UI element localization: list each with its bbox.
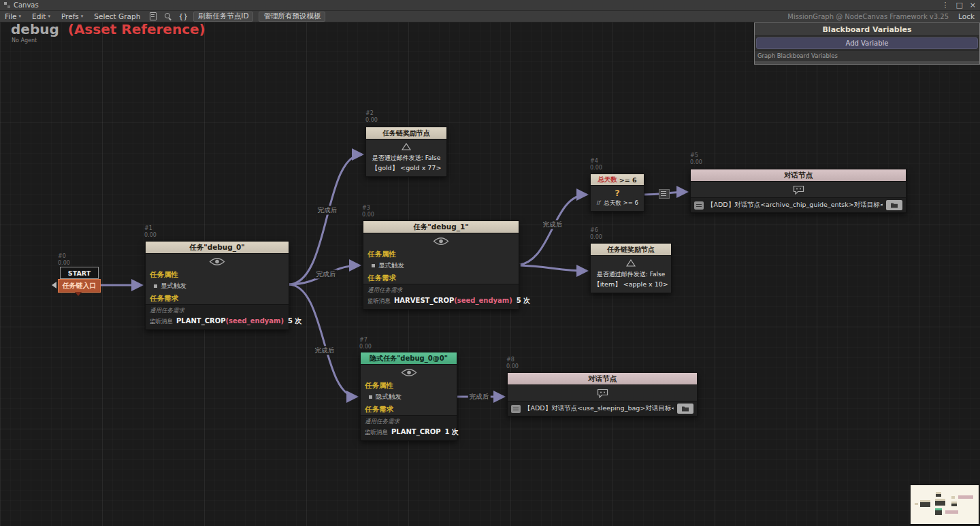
menubar: File Edit Prefs Select Graph {} 刷新任务节点ID… — [0, 11, 980, 22]
node-id-6: #60.00 — [590, 227, 602, 241]
minimap-node — [945, 510, 958, 514]
listen-message-row: 监听消息 HARVEST_CROP (seed_endyam) 5 次 — [368, 296, 514, 306]
dialogue-node-sleeping-bag[interactable]: 对话节点 【ADD】对话节点<use_sleeping_bag>对话目标<abe… — [507, 372, 698, 416]
condition-variable: 总天数 — [598, 176, 617, 184]
node-id-1: #10.00 — [144, 225, 157, 239]
folder-button[interactable] — [886, 200, 902, 210]
listen-label: 监听消息 — [368, 297, 391, 306]
requirement-box: 通用任务需求 监听消息 PLANT_CROP 1 次 — [361, 415, 457, 440]
requirement-box: 通用任务需求 监听消息 PLANT_CROP (seed_endyam) 5 次 — [146, 304, 289, 329]
select-graph-button[interactable]: Select Graph — [89, 11, 145, 22]
listen-message-row: 监听消息 PLANT_CROP 1 次 — [365, 427, 453, 437]
mission-graph-canvas: 完成后 完成后 完成后 完成后 完成后 完成后 debug (Asset Ref… — [0, 0, 980, 526]
blackboard-title: Blackboard Variables — [755, 23, 979, 36]
edge-label-done: 完成后 — [316, 206, 339, 215]
node-id-0: #00.00 — [58, 253, 70, 267]
trigger-row: 显式触发 — [363, 260, 519, 272]
braces-icon[interactable]: {} — [177, 12, 189, 21]
reward-line: 【item】 <apple x 10> — [591, 280, 671, 293]
node-header: 任务"debug_1" — [363, 221, 519, 233]
generic-requirement-label: 通用任务需求 — [368, 286, 514, 295]
section-task-requirements: 任务需求 — [363, 272, 519, 284]
implicit-task-node-debug-0-0[interactable]: 隐式任务"debug_0@0" 任务属性 隐式触发 任务需求 通用任务需求 监听… — [360, 352, 457, 441]
minimap-node — [920, 500, 930, 507]
menu-file[interactable]: File — [0, 11, 26, 22]
listen-label: 监听消息 — [365, 429, 388, 437]
edge-label-done: 完成后 — [315, 270, 338, 279]
section-task-requirements: 任务需求 — [361, 404, 457, 415]
dialogue-action-text: 【ADD】对话节点<use_sleeping_bag>对话目标<abel> — [524, 404, 674, 413]
window-icon — [4, 2, 10, 8]
maximize-icon[interactable]: □ — [956, 1, 962, 10]
dialogue-action-row: 【ADD】对话节点<archive_chip_guide_entsk>对话目标<… — [691, 197, 906, 212]
menu-edit[interactable]: Edit — [27, 11, 55, 22]
node-header: 隐式任务"debug_0@0" — [361, 352, 457, 365]
list-field-icon[interactable] — [511, 405, 521, 413]
generic-requirement-label: 通用任务需求 — [150, 307, 284, 315]
question-icon: ? — [591, 186, 644, 199]
mail-flag-line: 是否通过邮件发送: False — [591, 269, 671, 280]
requirement-box: 通用任务需求 监听消息 HARVEST_CROP (seed_endyam) 5… — [363, 284, 519, 309]
task-node-debug-1[interactable]: 任务"debug_1" 任务属性 显式触发 任务需求 通用任务需求 监听消息 H… — [363, 220, 519, 310]
task-node-debug-0[interactable]: 任务"debug_0" 任务属性 显式触发 任务需求 通用任务需求 监听消息 P… — [145, 241, 289, 330]
trigger-label: 显式触发 — [378, 261, 404, 270]
reward-node-gold[interactable]: 任务链奖励节点 是否通过邮件发送: False 【gold】 <gold x 7… — [365, 127, 447, 177]
window-titlebar: Canvas ⋮ □ × — [0, 0, 980, 11]
output-port-arrow-icon — [75, 292, 82, 296]
node-id-3: #30.00 — [362, 205, 374, 218]
node-id-8: #80.00 — [506, 357, 519, 370]
node-title: 隐式任务"debug_0@0" — [370, 354, 448, 363]
close-icon[interactable]: × — [970, 1, 976, 10]
eye-icon — [361, 365, 457, 380]
trigger-row: 隐式触发 — [361, 391, 457, 404]
document-icon[interactable] — [147, 12, 159, 21]
section-task-requirements: 任务需求 — [146, 293, 289, 304]
eye-icon — [363, 233, 519, 248]
condition-operator: >= 6 — [619, 176, 637, 184]
start-node[interactable]: START — [60, 267, 99, 279]
reward-line: 【gold】 <gold x 77> — [366, 163, 446, 176]
window-menu-icon[interactable]: ⋮ — [941, 1, 949, 10]
minimap[interactable] — [910, 484, 979, 525]
if-label: If — [596, 199, 600, 206]
node-header: 任务"debug_0" — [146, 242, 289, 254]
generic-requirement-label: 通用任务需求 — [365, 418, 453, 426]
list-connection-icon — [659, 189, 670, 199]
lock-toggle[interactable]: Lock — [958, 12, 975, 20]
reward-node-item[interactable]: 任务链奖励节点 是否通过邮件发送: False 【item】 <apple x … — [590, 243, 672, 293]
bullet-icon — [154, 284, 157, 288]
condition-node-total-days[interactable]: 总天数 >= 6 ? If 总天数 >= 6 — [590, 174, 644, 212]
refresh-task-node-id-button[interactable]: 刷新任务节点ID — [193, 12, 253, 22]
mission-chain-entry-node[interactable]: 任务链入口 — [58, 279, 101, 293]
graph-subtitle: (Asset Reference) — [68, 21, 206, 37]
trigger-label: 隐式触发 — [376, 393, 402, 401]
menu-prefs[interactable]: Prefs — [56, 11, 88, 22]
add-variable-button[interactable]: Add Variable — [756, 37, 978, 49]
minimap-node — [958, 495, 973, 499]
bullet-icon — [372, 264, 375, 267]
trigger-label: 显式触发 — [161, 282, 186, 291]
agent-label: No Agent — [12, 37, 37, 44]
node-id-2: #20.00 — [365, 110, 378, 124]
node-id-4: #40.00 — [590, 158, 602, 171]
folder-button[interactable] — [677, 404, 693, 414]
node-title: 任务"debug_0" — [189, 243, 245, 252]
node-title: 任务"debug_1" — [413, 223, 469, 232]
minimap-node — [915, 503, 918, 505]
node-title: 对话节点 — [784, 171, 813, 180]
node-title: 对话节点 — [588, 374, 617, 384]
speech-bubble-icon — [508, 385, 697, 401]
condition-statement: If 总天数 >= 6 — [591, 199, 644, 211]
window-title: Canvas — [14, 1, 39, 9]
search-icon[interactable] — [162, 12, 174, 21]
list-field-icon[interactable] — [694, 201, 704, 210]
node-title: 任务链奖励节点 — [382, 129, 430, 138]
minimap-node — [935, 499, 945, 506]
message-param: (seed_endyam) — [454, 297, 512, 304]
node-id-5: #50.00 — [690, 152, 702, 166]
graph-name: debug — [11, 21, 59, 37]
manage-preset-templates-button[interactable]: 管理所有预设模板 — [259, 12, 325, 22]
message-name: HARVEST_CROP — [394, 297, 454, 304]
dialogue-action-text: 【ADD】对话节点<archive_chip_guide_entsk>对话目标<… — [707, 201, 883, 210]
dialogue-node-archive-chip[interactable]: 对话节点 【ADD】对话节点<archive_chip_guide_entsk>… — [690, 169, 906, 213]
